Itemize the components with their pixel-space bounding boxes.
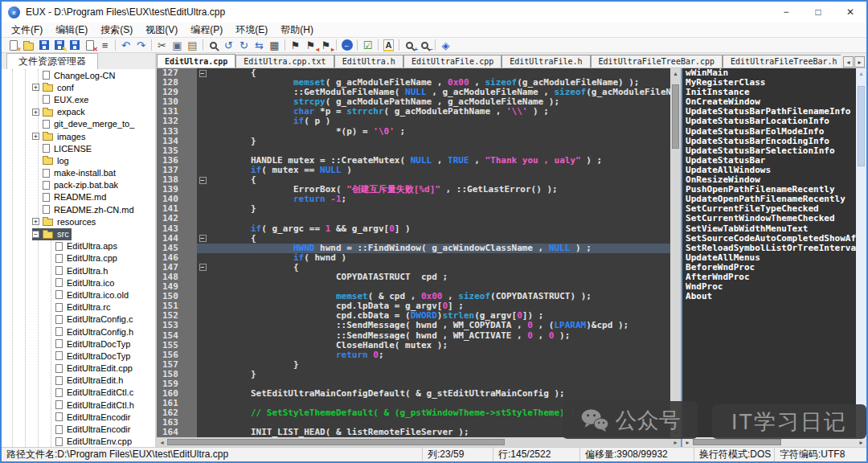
code-line-139[interactable]: 139 ErrorBox( "创建互斥量失败[%d]" , ::GetLastE…: [157, 185, 670, 195]
scroll-right-icon[interactable]: ▸: [856, 439, 866, 446]
code-line-135[interactable]: 135: [157, 146, 670, 156]
tree-item-pack-zip.bat.bak[interactable]: pack-zip.bat.bak: [2, 179, 155, 191]
tree-item-EditUltraConfig.h[interactable]: EditUltraConfig.h: [2, 326, 155, 338]
symbol-vertical-scrollbar[interactable]: ▴ ▾: [856, 68, 866, 437]
about-icon[interactable]: ◈: [438, 38, 453, 52]
menu-item-5[interactable]: 环境(E): [229, 23, 274, 37]
collapse-icon[interactable]: −: [32, 231, 39, 238]
tree-item-EditUltraDocTyp[interactable]: EditUltraDocTyp: [2, 350, 155, 362]
tree-item-README.zh-CN.md[interactable]: README.zh-CN.md: [2, 203, 155, 215]
code-line-143[interactable]: 143 if( g_argc == 1 && g_argv[0] ): [157, 224, 670, 234]
code-line-140[interactable]: 140 return -1;: [157, 195, 670, 204]
tab-EditUltra.cpp[interactable]: EditUltra.cpp: [157, 54, 235, 68]
fold-icon[interactable]: −: [199, 264, 207, 271]
code-line-149[interactable]: 149: [157, 282, 670, 292]
horizontal-scroll-thumb[interactable]: [167, 439, 505, 445]
save-icon[interactable]: [36, 38, 51, 52]
tree-item-EditUltraEdit.h[interactable]: EditUltraEdit.h: [2, 375, 155, 387]
function-item-UpdateStatusBarEolModeInfo[interactable]: UpdateStatusBarEolModeInfo: [686, 127, 856, 137]
zoom-in-icon[interactable]: +: [402, 38, 417, 52]
new-file-icon[interactable]: ✶: [6, 38, 21, 52]
expand-icon[interactable]: +: [32, 218, 39, 225]
code-line-128[interactable]: 128 memset( g_acModuleFileName , 0x00 , …: [157, 78, 670, 88]
scroll-left-icon[interactable]: ▸: [682, 439, 693, 446]
function-item-SetCurrentWindowThemeChecked[interactable]: SetCurrentWindowThemeChecked: [686, 214, 856, 223]
find-prev-icon[interactable]: ↺: [221, 38, 236, 52]
code-line-148[interactable]: 148 COPYDATASTRUCT cpd ;: [157, 272, 670, 282]
code-line-145[interactable]: 145 HWND hwnd = ::FindWindow( g_acWindow…: [157, 244, 670, 253]
code-line-160[interactable]: 160 SetEditUltraMainConfigDefault( & g_s…: [157, 389, 670, 399]
zoom-out-icon[interactable]: −: [417, 38, 432, 52]
code-line-142[interactable]: 142: [157, 214, 670, 223]
prev-bookmark-icon[interactable]: ⚑◂: [303, 38, 318, 52]
find-icon[interactable]: [206, 38, 221, 52]
close-button[interactable]: ✕: [834, 2, 866, 23]
function-list-icon[interactable]: ▦: [267, 38, 282, 52]
undo-icon[interactable]: ↶: [118, 38, 133, 52]
paste-icon[interactable]: ▤: [185, 38, 200, 52]
tree-item-EditUltraEncodir[interactable]: EditUltraEncodir: [2, 411, 155, 423]
tree-item-EditUltra.rc[interactable]: EditUltra.rc: [2, 301, 155, 313]
expand-icon[interactable]: +: [32, 133, 39, 140]
syntax-highlight-icon[interactable]: A: [381, 38, 396, 52]
code-line-132[interactable]: 132 if( p ): [157, 117, 670, 126]
function-item-About[interactable]: About: [686, 292, 856, 301]
tab-EditUltraFile.h[interactable]: EditUltraFile.h: [502, 55, 590, 68]
code-line-131[interactable]: 131 char *p = strrchr( g_acModulePathNam…: [157, 107, 670, 117]
fold-icon[interactable]: −: [199, 235, 207, 242]
scroll-right-icon[interactable]: ▸: [670, 439, 681, 446]
code-line-133[interactable]: 133 *(p) = '\0' ;: [157, 127, 670, 137]
maximize-button[interactable]: □: [802, 2, 834, 23]
vertical-scroll-thumb[interactable]: [672, 84, 679, 149]
tab-scroll-right-icon[interactable]: ▸: [854, 56, 865, 68]
tab-EditUltra.cpp.txt[interactable]: EditUltra.cpp.txt: [235, 55, 334, 68]
tree-item-expack[interactable]: +expack: [2, 106, 155, 118]
menu-item-3[interactable]: 视图(V): [139, 23, 184, 37]
expand-icon[interactable]: +: [32, 109, 39, 116]
minimize-button[interactable]: −: [770, 2, 802, 23]
code-line-137[interactable]: 137 if( mutex == NULL ): [157, 166, 670, 175]
function-item-UpdateStatusBarEncodingInfo[interactable]: UpdateStatusBarEncodingInfo: [686, 137, 856, 146]
menu-item-1[interactable]: 编辑(E): [49, 23, 94, 37]
tree-item-EditUltra.aps[interactable]: EditUltra.aps: [2, 240, 155, 252]
code-line-153[interactable]: 153 ::SendMessage( hwnd , WM_COPYDATA , …: [157, 321, 670, 330]
redo-icon[interactable]: ↷: [133, 38, 149, 52]
cut-icon[interactable]: ✂: [154, 38, 170, 52]
code-line-138[interactable]: 138− {: [157, 175, 670, 185]
code-line-134[interactable]: 134 }: [157, 137, 670, 146]
horizontal-scroll-thumb[interactable]: [693, 439, 781, 445]
tree-item-EditUltra.cpp[interactable]: EditUltra.cpp: [2, 252, 155, 264]
function-item-SetReloadSymbolListOrTreeInterva[interactable]: SetReloadSymbolListOrTreeInterva: [686, 244, 856, 253]
editor-vertical-scrollbar[interactable]: ▴ ▾: [670, 68, 681, 437]
code-line-147[interactable]: 147− {: [157, 263, 670, 272]
menu-item-6[interactable]: 帮助(H): [274, 23, 320, 37]
tab-scroll-left-icon[interactable]: ◂: [843, 56, 854, 68]
copy-icon[interactable]: ▣: [170, 38, 185, 52]
code-line-152[interactable]: 152 cpd.cbData = (DWORD)strlen(g_argv[0]…: [157, 311, 670, 321]
tab-EditUltra.h[interactable]: EditUltra.h: [334, 55, 403, 68]
code-line-155[interactable]: 155 CloseHandle( mutex );: [157, 341, 670, 350]
next-bookmark-icon[interactable]: ⚑▸: [318, 38, 334, 52]
file-list-icon[interactable]: ≡: [97, 38, 113, 52]
code-line-154[interactable]: 154 ::SendMessage( hwnd , WM_ACTIVATE , …: [157, 331, 670, 341]
tree-item-EditUltra.ico[interactable]: EditUltra.ico: [2, 277, 155, 289]
close-file-icon[interactable]: ✕: [82, 38, 97, 52]
code-line-136[interactable]: 136 HANDLE mutex = ::CreateMutex( NULL ,…: [157, 156, 670, 166]
tree-item-src[interactable]: −src: [2, 227, 155, 240]
open-file-icon[interactable]: [21, 38, 36, 52]
expand-icon[interactable]: +: [32, 84, 39, 91]
menu-item-0[interactable]: 文件(F): [5, 23, 49, 37]
tree-item-EditUltraEnv.cpp[interactable]: EditUltraEnv.cpp: [2, 436, 155, 447]
code-line-130[interactable]: 130 strcpy( g_acModulePathName , g_acMod…: [157, 97, 670, 107]
code-area[interactable]: 127− {128 memset( g_acModuleFileName , 0…: [157, 68, 670, 437]
code-editor[interactable]: 127− {128 memset( g_acModuleFileName , 0…: [157, 68, 681, 447]
tab-EditUltraFileTreeBar.cpp[interactable]: EditUltraFileTreeBar.cpp: [591, 55, 723, 68]
tree-item-ChangeLog-CN[interactable]: ChangeLog-CN: [2, 69, 155, 81]
replace-icon[interactable]: ⇆: [252, 38, 267, 52]
function-item-UpdateStatusBarLocationInfo[interactable]: UpdateStatusBarLocationInfo: [686, 117, 856, 126]
code-line-158[interactable]: 158 }: [157, 370, 670, 379]
find-next-icon[interactable]: ↻: [236, 38, 252, 52]
tab-EditUltraFileTreeBar.h[interactable]: EditUltraFileTreeBar.h: [723, 55, 841, 68]
tree-item-EUX.exe[interactable]: EUX.exe: [2, 93, 155, 105]
code-line-141[interactable]: 141 }: [157, 204, 670, 214]
